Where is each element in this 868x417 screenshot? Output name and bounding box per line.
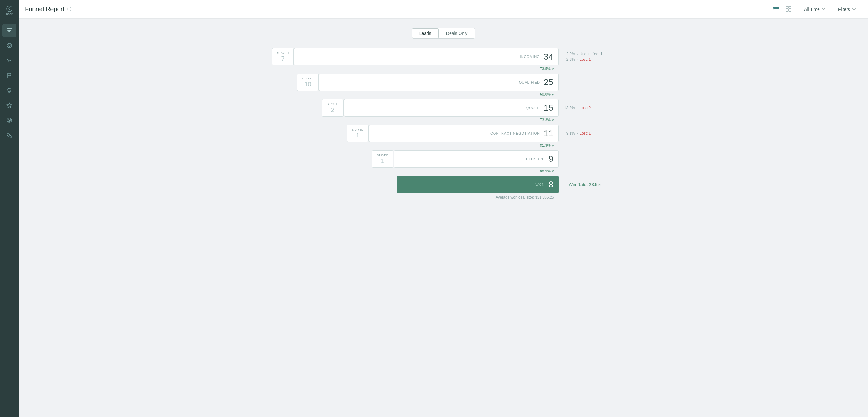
- sidebar: Back: [0, 0, 19, 417]
- svg-point-7: [9, 46, 10, 47]
- incoming-label: INCOMING: [520, 55, 540, 59]
- stage-won-row: WON 8 Win Rate: 23.5%: [397, 176, 615, 193]
- svg-rect-2: [7, 30, 11, 31]
- incoming-bar[interactable]: INCOMING 34: [294, 48, 559, 65]
- sidebar-icon-star[interactable]: [2, 98, 16, 112]
- incoming-count: 34: [544, 52, 553, 62]
- info-icon[interactable]: ⓘ: [67, 6, 71, 12]
- contract-label: CONTRACT NEGOTIATION: [490, 131, 540, 135]
- win-rate: Win Rate: 23.5%: [564, 182, 615, 187]
- stage-qualified-row: STAYED 10 QUALIFIED 25: [297, 73, 615, 91]
- svg-rect-1: [7, 28, 12, 29]
- sidebar-icon-phone[interactable]: [2, 128, 16, 142]
- qualified-metrics: [559, 73, 615, 91]
- stage-closure-wrapper: STAYED 1 CLOSURE 9 88.9% ∨: [372, 150, 615, 175]
- qualified-bar[interactable]: QUALIFIED 25: [319, 73, 559, 91]
- stayed-quote: STAYED 2: [322, 99, 344, 117]
- svg-rect-12: [786, 6, 788, 8]
- stayed-label: STAYED: [302, 77, 314, 80]
- list-view-icon[interactable]: [771, 5, 781, 14]
- conversion-pct-qualified: 60.0%: [540, 92, 551, 97]
- metric-label-lost-incoming: Lost: 1: [580, 57, 591, 62]
- header: Funnel Report ⓘ: [19, 0, 868, 19]
- metric-lost-contract: 9.1% › Lost: 1: [564, 131, 615, 136]
- sidebar-icon-lightbulb[interactable]: [2, 84, 16, 97]
- conversion-pct-quote: 73.3%: [540, 118, 551, 122]
- stage-closure-row: STAYED 1 CLOSURE 9: [372, 150, 615, 168]
- stage-qualified-wrapper: STAYED 10 QUALIFIED 25 60.0% ∨: [297, 73, 615, 98]
- stage-incoming-wrapper: STAYED 7 INCOMING 34 2.9% › Unqualified:…: [272, 48, 615, 72]
- incoming-metrics: 2.9% › Unqualified: 1 2.9% › Lost: 1: [559, 48, 615, 65]
- svg-point-11: [9, 120, 10, 121]
- qualified-count: 25: [544, 77, 553, 87]
- sidebar-icon-funnel[interactable]: [2, 24, 16, 37]
- sidebar-icon-activity[interactable]: [2, 54, 16, 67]
- quote-label: QUOTE: [526, 106, 540, 110]
- header-actions: All Time Filters: [771, 5, 862, 14]
- stayed-contract-value: 1: [356, 132, 359, 139]
- leads-toggle[interactable]: Leads: [412, 28, 439, 38]
- stayed-closure-value: 1: [381, 157, 384, 165]
- conversion-chevron: ∨: [552, 67, 554, 71]
- stayed-label: STAYED: [377, 154, 389, 157]
- stayed-quote-value: 2: [331, 106, 334, 114]
- quote-count: 15: [544, 103, 553, 113]
- stayed-incoming-value: 7: [281, 55, 284, 62]
- filters-button[interactable]: Filters: [832, 7, 862, 12]
- quote-bar[interactable]: QUOTE 15: [344, 99, 559, 117]
- svg-point-4: [7, 43, 11, 48]
- stayed-qualified: STAYED 10: [297, 73, 319, 91]
- sidebar-icon-palette[interactable]: [2, 39, 16, 52]
- stayed-closure: STAYED 1: [372, 150, 394, 168]
- conversion-pct-contract: 81.8%: [540, 143, 551, 148]
- main-content: Funnel Report ⓘ: [19, 0, 868, 417]
- contract-bar[interactable]: CONTRACT NEGOTIATION 11: [369, 125, 559, 142]
- metric-pct-lost-incoming: 2.9%: [564, 57, 575, 62]
- svg-point-6: [10, 44, 11, 46]
- stage-quote-wrapper: STAYED 2 QUOTE 15 13.3% › Lost: 2: [322, 99, 615, 123]
- svg-point-0: [6, 6, 12, 11]
- svg-rect-14: [786, 9, 788, 11]
- stayed-label: STAYED: [277, 52, 289, 55]
- stage-quote-row: STAYED 2 QUOTE 15 13.3% › Lost: 2: [322, 99, 615, 117]
- stayed-incoming: STAYED 7: [272, 48, 294, 65]
- sidebar-divider: [4, 21, 15, 21]
- view-toggle: [771, 5, 798, 14]
- won-label: WON: [535, 183, 545, 186]
- view-toggle-group: Leads Deals Only: [411, 28, 475, 39]
- avg-deal-size: Average won deal size: $31,306.25: [397, 195, 615, 200]
- deals-only-toggle[interactable]: Deals Only: [439, 28, 475, 38]
- metric-lost-incoming: 2.9% › Lost: 1: [564, 57, 615, 62]
- funnel-container: STAYED 7 INCOMING 34 2.9% › Unqualified:…: [272, 48, 615, 201]
- conversion-chevron: ∨: [552, 144, 554, 147]
- svg-rect-3: [8, 31, 10, 32]
- qualified-label: QUALIFIED: [519, 81, 540, 84]
- conversion-quote: 73.3% ∨: [322, 117, 615, 123]
- time-filter[interactable]: All Time: [798, 7, 832, 12]
- stage-incoming-row: STAYED 7 INCOMING 34 2.9% › Unqualified:…: [272, 48, 615, 65]
- back-button[interactable]: Back: [0, 3, 19, 19]
- stayed-label: STAYED: [352, 128, 364, 131]
- svg-rect-15: [789, 9, 791, 11]
- header-title: Funnel Report ⓘ: [25, 6, 771, 13]
- grid-view-icon[interactable]: [784, 5, 793, 14]
- back-label: Back: [6, 12, 13, 16]
- won-count: 8: [548, 180, 553, 189]
- stage-contract-row: STAYED 1 CONTRACT NEGOTIATION 11 9.1% › …: [347, 125, 615, 142]
- metric-label-unqualified: Unqualified: 1: [580, 52, 602, 56]
- conversion-pct-closure: 88.9%: [540, 169, 551, 173]
- won-bar[interactable]: WON 8: [397, 176, 559, 193]
- conversion-chevron: ∨: [552, 118, 554, 122]
- sidebar-icon-target[interactable]: [2, 114, 16, 127]
- won-metrics: Win Rate: 23.5%: [559, 176, 615, 193]
- stayed-contract: STAYED 1: [347, 125, 369, 142]
- metric-pct-lost-contract: 9.1%: [564, 131, 575, 136]
- closure-bar[interactable]: CLOSURE 9: [394, 150, 559, 168]
- conversion-closure: 88.9% ∨: [372, 168, 615, 175]
- chevron-icon: ›: [577, 106, 578, 110]
- conversion-incoming: 73.5% ∨: [272, 65, 615, 72]
- contract-count: 11: [544, 128, 553, 138]
- sidebar-icon-flag[interactable]: [2, 68, 16, 82]
- conversion-pct-incoming: 73.5%: [540, 67, 551, 71]
- chevron-icon: ›: [577, 58, 578, 61]
